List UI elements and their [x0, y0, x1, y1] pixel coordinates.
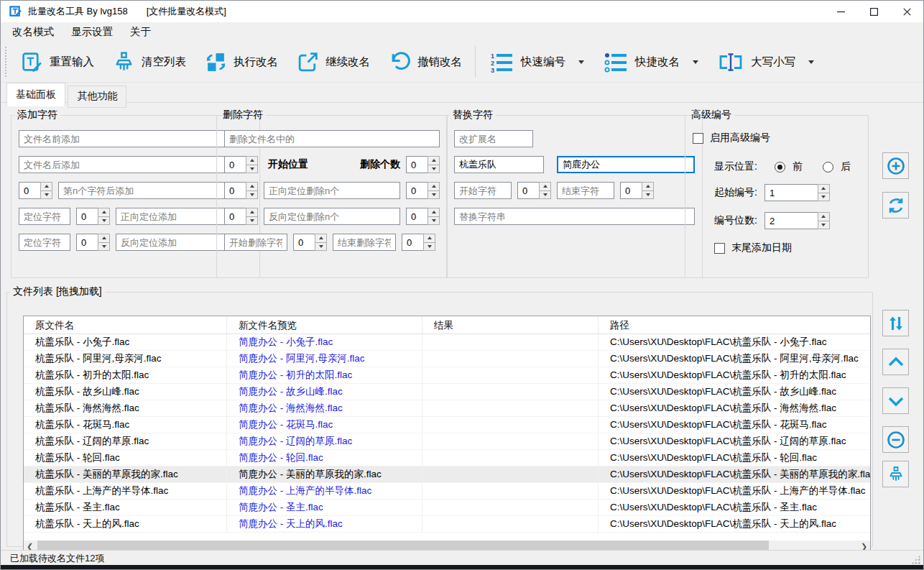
delete-from-input[interactable] [224, 234, 287, 251]
find-text-input[interactable] [454, 156, 544, 173]
table-row[interactable]: 杭盖乐队 - 小兔子.flac 简鹿办公 - 小兔子.flac C:\Users… [24, 334, 870, 351]
table-row[interactable]: 杭盖乐队 - 初升的太阳.flac 简鹿办公 - 初升的太阳.flac C:\U… [24, 367, 870, 384]
column-new-name-preview[interactable]: 新文件名预览 [227, 316, 422, 334]
add-files-button[interactable] [882, 152, 909, 179]
delete-to-spinner[interactable] [402, 234, 435, 251]
delete-contain-input[interactable] [224, 130, 440, 147]
move-up-button[interactable] [882, 349, 909, 375]
range-start-spinner[interactable] [517, 182, 551, 199]
reset-input-button[interactable]: 重置输入 [11, 45, 103, 79]
replace-string-input[interactable] [454, 208, 695, 225]
spin-down-icon[interactable] [642, 191, 654, 200]
clear-all-button[interactable] [882, 461, 909, 487]
fwd-anchor-input[interactable] [19, 208, 70, 225]
spin-down-icon[interactable] [98, 243, 110, 252]
table-row[interactable]: 杭盖乐队 - 上海产的半导体.flac 简鹿办公 - 上海产的半导体.flac … [24, 483, 870, 500]
remove-file-button[interactable] [882, 426, 909, 453]
spin-up-icon[interactable] [98, 234, 110, 243]
position-front-radio[interactable] [775, 162, 785, 173]
append-date-checkbox[interactable] [714, 243, 725, 254]
rev-delete-count-spinner[interactable] [406, 208, 440, 225]
case-convert-button[interactable]: 大写小写 [708, 45, 823, 79]
spin-down-icon[interactable] [818, 221, 830, 230]
resize-grip[interactable] [911, 555, 920, 564]
table-row[interactable]: 杭盖乐队 - 故乡山峰.flac 简鹿办公 - 故乡山峰.flac C:\Use… [24, 384, 870, 400]
delete-count-spinner[interactable] [406, 156, 440, 173]
spin-down-icon[interactable] [428, 217, 440, 226]
sort-list-button[interactable] [882, 310, 909, 336]
spin-down-icon[interactable] [818, 193, 830, 202]
column-path[interactable]: 路径 [599, 316, 870, 334]
table-row[interactable]: 杭盖乐队 - 圣主.flac 简鹿办公 - 圣主.flac C:\Users\X… [24, 500, 870, 516]
delete-from-spinner[interactable] [293, 234, 327, 251]
spin-down-icon[interactable] [315, 243, 327, 252]
table-row[interactable]: 杭盖乐队 - 轮回.flac 简鹿办公 - 轮回.flac C:\Users\X… [24, 450, 870, 466]
quick-number-dropdown-icon[interactable] [578, 60, 584, 64]
rev-anchor-input[interactable] [19, 234, 70, 251]
rev-delete-pos-spinner[interactable] [224, 208, 258, 225]
spin-up-icon[interactable] [423, 234, 435, 243]
spin-up-icon[interactable] [818, 212, 830, 221]
spin-up-icon[interactable] [246, 182, 258, 191]
spin-up-icon[interactable] [246, 208, 258, 217]
tab-other-functions[interactable]: 其他功能 [68, 86, 126, 108]
nth-position-spinner[interactable] [19, 182, 52, 199]
table-row[interactable]: 杭盖乐队 - 辽阔的草原.flac 简鹿办公 - 辽阔的草原.flac C:\U… [24, 433, 870, 450]
menu-display-settings[interactable]: 显示设置 [63, 22, 121, 42]
spin-up-icon[interactable] [40, 182, 52, 191]
undo-rename-button[interactable]: 撤销改名 [379, 45, 471, 79]
table-row[interactable]: 杭盖乐队 - 美丽的草原我的家.flac 简鹿办公 - 美丽的草原我的家.fla… [24, 466, 870, 483]
spin-up-icon[interactable] [539, 182, 551, 191]
quick-rename-button[interactable]: 快捷改名 [593, 45, 708, 79]
start-number-spinner[interactable] [764, 184, 830, 201]
table-row[interactable]: 杭盖乐队 - 花斑马.flac 简鹿办公 - 花斑马.flac C:\Users… [24, 417, 870, 433]
clear-list-button[interactable]: 清空列表 [103, 45, 195, 79]
range-start-input[interactable] [454, 182, 512, 199]
table-row[interactable]: 杭盖乐队 - 海然海然.flac 简鹿办公 - 海然海然.flac C:\Use… [24, 400, 870, 417]
spin-up-icon[interactable] [428, 208, 440, 217]
spin-up-icon[interactable] [642, 182, 654, 191]
spin-down-icon[interactable] [539, 191, 551, 200]
table-row[interactable]: 杭盖乐队 - 阿里河,母亲河.flac 简鹿办公 - 阿里河,母亲河.flac … [24, 351, 870, 367]
spin-up-icon[interactable] [818, 184, 830, 193]
fwd-delete-input[interactable] [264, 182, 400, 199]
spin-up-icon[interactable] [98, 208, 110, 217]
spin-down-icon[interactable] [98, 217, 110, 226]
column-result[interactable]: 结果 [422, 316, 599, 334]
rev-delete-input[interactable] [264, 208, 400, 225]
table-row[interactable]: 杭盖乐队 - 天上的风.flac 简鹿办公 - 天上的风.flac C:\Use… [24, 516, 870, 533]
quick-rename-dropdown-icon[interactable] [693, 60, 698, 64]
move-down-button[interactable] [882, 387, 909, 414]
delete-to-input[interactable] [333, 234, 396, 251]
spin-up-icon[interactable] [315, 234, 327, 243]
delete-start-spinner[interactable] [224, 156, 258, 173]
spin-down-icon[interactable] [40, 191, 52, 200]
position-back-radio[interactable] [823, 162, 833, 173]
minimize-icon[interactable] [824, 1, 857, 22]
enable-advanced-checkbox[interactable] [693, 133, 703, 144]
case-convert-dropdown-icon[interactable] [808, 60, 814, 64]
close-icon[interactable] [890, 1, 923, 22]
spin-down-icon[interactable] [423, 243, 435, 252]
digits-spinner[interactable] [764, 212, 830, 229]
range-end-input[interactable] [557, 182, 614, 199]
spin-down-icon[interactable] [246, 165, 258, 174]
change-ext-input[interactable] [454, 130, 533, 147]
refresh-list-button[interactable] [882, 192, 909, 219]
menu-about[interactable]: 关于 [121, 22, 160, 42]
replace-text-input[interactable] [557, 156, 695, 173]
tab-basic-panel[interactable]: 基础面板 [6, 83, 65, 106]
maximize-icon[interactable] [857, 1, 890, 22]
spin-down-icon[interactable] [428, 191, 440, 200]
menu-rename-mode[interactable]: 改名模式 [4, 22, 63, 42]
fwd-delete-pos-spinner[interactable] [224, 182, 258, 199]
fwd-delete-count-spinner[interactable] [406, 182, 440, 199]
spin-up-icon[interactable] [246, 156, 258, 165]
spin-down-icon[interactable] [428, 165, 440, 174]
continue-rename-button[interactable]: 继续改名 [287, 45, 379, 79]
range-end-spinner[interactable] [620, 182, 654, 199]
spin-up-icon[interactable] [428, 182, 440, 191]
quick-number-button[interactable]: 1 2 3 快速编号 [479, 45, 593, 79]
column-original-name[interactable]: 原文件名 [24, 316, 227, 334]
fwd-offset-spinner[interactable] [76, 208, 110, 225]
